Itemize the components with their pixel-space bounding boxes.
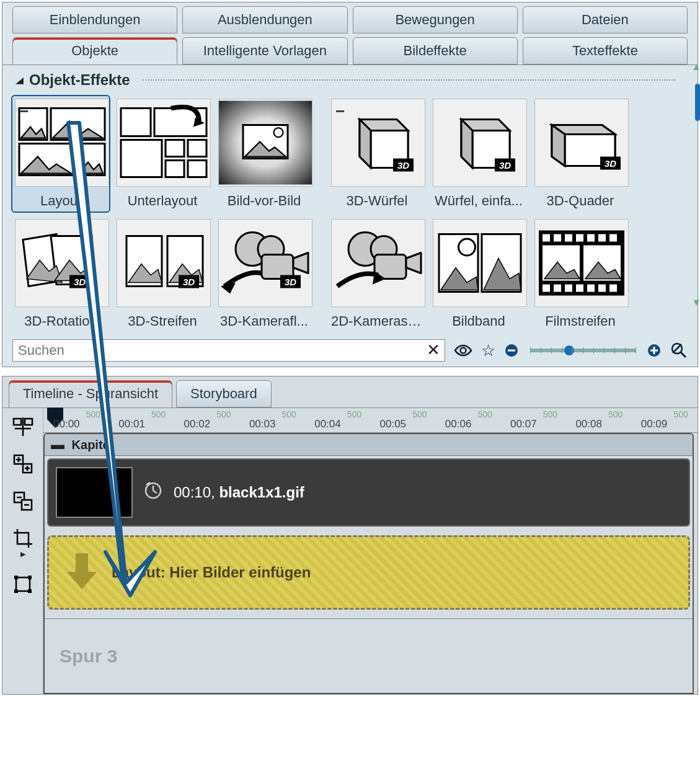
effect-layout[interactable]: − Layout xyxy=(11,95,110,213)
ruler-tick-minor: 500 xyxy=(412,409,427,419)
ruler-tick-minor: 500 xyxy=(543,409,557,419)
ruler-tick-minor: 500 xyxy=(608,409,622,419)
effect-unterlayout[interactable]: Unterlayout xyxy=(113,95,212,213)
ruler-tick-minor: 500 xyxy=(86,409,100,419)
ruler-tick-major: 00:03 xyxy=(249,418,276,430)
search-input-wrapper: ✕ xyxy=(12,339,445,362)
layout-dropzone[interactable]: Layout: Hier Bilder einfügen xyxy=(47,535,690,610)
tool-add-track-icon[interactable] xyxy=(11,452,35,476)
tab-ausblendungen[interactable]: Ausblendungen xyxy=(182,6,347,33)
ruler-tick-minor: 500 xyxy=(282,409,296,419)
ruler-tick-major: 00:02 xyxy=(184,418,211,430)
effect-label: Bildband xyxy=(433,313,525,329)
chapter-title: Kapitel xyxy=(72,438,113,452)
primary-tab-row: Einblendungen Ausblendungen Bewegungen D… xyxy=(2,2,698,33)
svg-rect-48 xyxy=(576,285,583,292)
tab-intelligente-vorlagen[interactable]: Intelligente Vorlagen xyxy=(182,37,347,65)
effect-label: Würfel, einfa... xyxy=(433,193,525,209)
collapse-chapter-icon[interactable]: ▬ xyxy=(51,437,64,452)
svg-point-36 xyxy=(459,239,476,256)
svg-rect-45 xyxy=(543,285,550,292)
zoom-slider[interactable] xyxy=(530,349,636,352)
visibility-icon[interactable] xyxy=(454,344,472,357)
effect-3d-kameraflug[interactable]: 3D 3D-Kamerafl... xyxy=(215,215,314,333)
tab-dateien[interactable]: Dateien xyxy=(523,6,688,33)
effect-3d-streifen[interactable]: 3D 3D-Streifen xyxy=(113,215,212,333)
svg-rect-77 xyxy=(16,577,30,591)
clip-label: 00:10, black1x1.gif xyxy=(174,484,304,501)
zoom-reset-icon[interactable] xyxy=(670,342,688,359)
svg-point-54 xyxy=(461,348,466,354)
tool-split-icon[interactable] xyxy=(11,414,35,439)
tab-bildeffekte[interactable]: Bildeffekte xyxy=(353,37,518,65)
tab-texteffekte[interactable]: Texteffekte xyxy=(523,37,688,65)
svg-rect-4 xyxy=(121,109,151,136)
favorite-icon[interactable]: ☆ xyxy=(481,341,495,360)
scrollbar[interactable]: ▲ ▼ xyxy=(695,65,700,337)
tab-timeline-spuransicht[interactable]: Timeline - Spuransicht xyxy=(9,380,172,408)
effect-filmstreifen[interactable]: Filmstreifen xyxy=(531,215,630,333)
tab-bewegungen[interactable]: Bewegungen xyxy=(353,6,518,33)
svg-rect-43 xyxy=(598,234,606,242)
effect-3d-quader[interactable]: 3D 3D-Quader xyxy=(531,95,630,213)
effect-wuerfel-einfach[interactable]: 3D Würfel, einfa... xyxy=(429,95,528,213)
effects-panel: Einblendungen Ausblendungen Bewegungen D… xyxy=(2,2,698,367)
search-input[interactable] xyxy=(12,339,445,362)
svg-rect-10 xyxy=(188,161,206,177)
effect-label: 3D-Rotation xyxy=(15,313,107,329)
svg-text:3D: 3D xyxy=(285,277,296,287)
svg-rect-7 xyxy=(166,140,184,157)
svg-rect-8 xyxy=(188,140,206,157)
effect-label: Unterlayout xyxy=(117,193,208,209)
chapter-header[interactable]: ▬ Kapitel xyxy=(45,434,693,456)
ruler-tick-major: 00:04 xyxy=(314,418,341,430)
effect-3d-wuerfel[interactable]: − 3D 3D-Würfel xyxy=(327,95,427,213)
effects-grid: − Layout xyxy=(2,95,689,337)
effect-bildband[interactable]: Bildband xyxy=(429,215,528,333)
tool-crop-icon[interactable]: ▶ xyxy=(11,526,35,551)
svg-rect-6 xyxy=(121,140,162,177)
tool-remove-track-icon[interactable] xyxy=(11,489,35,514)
zoom-in-icon[interactable] xyxy=(647,343,662,358)
tab-storyboard[interactable]: Storyboard xyxy=(176,380,272,408)
minus-icon: − xyxy=(19,102,29,121)
ruler-tick-major: 00:01 xyxy=(118,418,145,430)
svg-text:3D: 3D xyxy=(605,158,616,169)
svg-text:3D: 3D xyxy=(499,160,511,171)
ruler-tick-major: 00:08 xyxy=(575,418,602,430)
svg-rect-56 xyxy=(508,350,515,352)
svg-rect-63 xyxy=(14,419,21,425)
track-spur3[interactable]: Spur 3 xyxy=(45,618,693,693)
svg-rect-79 xyxy=(28,576,32,579)
effect-label: Filmstreifen xyxy=(534,313,626,329)
svg-line-61 xyxy=(681,352,686,357)
tab-einblendungen[interactable]: Einblendungen xyxy=(12,6,177,33)
svg-rect-64 xyxy=(25,419,32,425)
clip-row[interactable]: 00:10, black1x1.gif xyxy=(47,458,690,527)
svg-rect-38 xyxy=(543,234,550,242)
svg-rect-42 xyxy=(587,234,595,242)
timeline-toolbar: ▶ xyxy=(2,408,43,694)
section-title: Objekt-Effekte xyxy=(29,71,130,89)
clear-search-icon[interactable]: ✕ xyxy=(427,341,440,360)
timeline-ruler[interactable]: 00:0050000:0150000:0250000:0350000:04500… xyxy=(43,408,698,433)
tab-objekte[interactable]: Objekte xyxy=(12,37,177,65)
svg-rect-9 xyxy=(166,161,184,177)
minus-icon: − xyxy=(335,102,345,121)
tool-bounds-icon[interactable] xyxy=(11,572,35,597)
collapse-icon[interactable]: ◢ xyxy=(16,75,24,85)
effect-3d-rotation[interactable]: 3D 3D-Rotation xyxy=(11,215,110,333)
svg-rect-80 xyxy=(14,589,18,593)
svg-rect-59 xyxy=(653,347,655,354)
zoom-out-icon[interactable] xyxy=(504,343,519,358)
dropzone-label: Layout: Hier Bilder einfügen xyxy=(112,564,311,581)
track-label: Spur 3 xyxy=(60,646,117,667)
duration-icon xyxy=(144,481,162,504)
ruler-tick-major: 00:05 xyxy=(380,418,407,430)
svg-rect-49 xyxy=(587,285,595,292)
svg-rect-40 xyxy=(565,234,572,242)
effect-bild-vor-bild[interactable]: Bild-vor-Bild xyxy=(215,95,314,213)
svg-rect-44 xyxy=(609,234,617,242)
clip-thumbnail xyxy=(56,467,133,518)
effect-2d-kameraschwenk[interactable]: 2D-Kamerasc... xyxy=(327,215,427,333)
